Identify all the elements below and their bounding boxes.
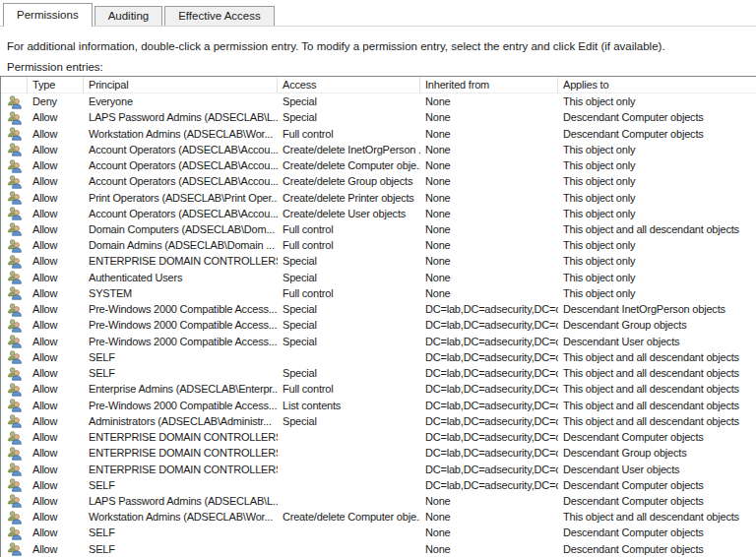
user-group-icon (7, 254, 22, 269)
cell-inherited-from: None (420, 126, 558, 142)
cell-type: Allow (28, 413, 84, 429)
cell-access (278, 462, 420, 477)
cell-access: Full control (278, 237, 420, 253)
cell-type: Allow (28, 157, 84, 173)
permission-row[interactable]: Allow Account Operators (ADSECLAB\Accou.… (1, 206, 756, 221)
cell-type: Allow (28, 525, 84, 540)
tab-auditing[interactable]: Auditing (94, 6, 163, 26)
cell-type: Allow (28, 253, 84, 269)
cell-applies-to: Descendant Computer objects (558, 109, 756, 125)
cell-principal: Authenticated Users (84, 270, 278, 285)
cell-principal: Workstation Admins (ADSECLAB\Wor... (84, 126, 278, 142)
column-header-principal[interactable]: Principal (84, 77, 278, 93)
cell-inherited-from: None (420, 221, 558, 237)
permission-row[interactable]: Allow Account Operators (ADSECLAB\Accou.… (1, 173, 756, 189)
cell-access: Create/delete InetOrgPerson ... (278, 142, 420, 157)
cell-applies-to: This object only (558, 206, 756, 221)
cell-access: Create/delete Computer obje... (278, 509, 420, 525)
permission-row[interactable]: Allow SYSTEM Full control None This obje… (1, 285, 756, 301)
user-group-icon (7, 430, 22, 445)
cell-applies-to: This object and all descendant objects (558, 349, 756, 365)
cell-type: Allow (28, 477, 84, 493)
column-header-type[interactable]: Type (28, 77, 84, 93)
user-group-icon (7, 302, 22, 317)
cell-applies-to: Descendant Computer objects (558, 477, 756, 493)
cell-access: Special (278, 109, 420, 125)
cell-access (278, 445, 420, 461)
cell-inherited-from: DC=lab,DC=adsecurity,DC=org (420, 349, 558, 365)
cell-principal: LAPS Password Admins (ADSECLAB\L... (84, 493, 278, 509)
user-group-icon (7, 493, 22, 508)
cell-inherited-from: None (420, 253, 558, 269)
cell-inherited-from: DC=lab,DC=adsecurity,DC=org (420, 462, 558, 477)
permission-row[interactable]: Allow Print Operators (ADSECLAB\Print Op… (1, 189, 756, 205)
user-group-icon (7, 366, 22, 381)
cell-applies-to: This object and all descendant objects (558, 381, 756, 397)
permission-row[interactable]: Deny Everyone Special None This object o… (1, 93, 756, 109)
permission-row[interactable]: Allow ENTERPRISE DOMAIN CONTROLLERS DC=l… (1, 429, 756, 445)
permission-row[interactable]: Allow SELF Special DC=lab,DC=adsecurity,… (1, 365, 756, 381)
permission-row[interactable]: Allow LAPS Password Admins (ADSECLAB\L..… (1, 109, 756, 125)
permission-row[interactable]: Allow Administrators (ADSECLAB\Administr… (1, 413, 756, 429)
tab-effective-access[interactable]: Effective Access (164, 6, 275, 26)
permission-row[interactable]: Allow LAPS Password Admins (ADSECLAB\L..… (1, 493, 756, 509)
cell-type: Allow (28, 126, 84, 142)
cell-applies-to: Descendant User objects (558, 334, 756, 349)
cell-access: Special (278, 270, 420, 285)
permission-row[interactable]: Allow Authenticated Users Special None T… (1, 270, 756, 285)
cell-access: Create/delete Group objects (278, 173, 420, 189)
permission-row[interactable]: Allow Pre-Windows 2000 Compatible Access… (1, 301, 756, 317)
permission-row[interactable]: Allow SELF DC=lab,DC=adsecurity,DC=org T… (1, 349, 756, 365)
cell-type: Allow (28, 221, 84, 237)
permission-row[interactable]: Allow Account Operators (ADSECLAB\Accou.… (1, 157, 756, 173)
user-group-icon (7, 110, 22, 125)
instruction-text: For additional information, double-click… (7, 40, 665, 52)
permission-row[interactable]: Allow Workstation Admins (ADSECLAB\Wor..… (1, 509, 756, 525)
cell-inherited-from: None (420, 173, 558, 189)
cell-access: Special (278, 253, 420, 269)
cell-type: Allow (28, 349, 84, 365)
column-header-icon[interactable] (1, 77, 28, 93)
cell-inherited-from: None (420, 237, 558, 253)
permission-row[interactable]: Allow SELF DC=lab,DC=adsecurity,DC=org D… (1, 477, 756, 493)
cell-inherited-from: DC=lab,DC=adsecurity,DC=org (420, 334, 558, 349)
tab-permissions[interactable]: Permissions (3, 3, 93, 27)
permission-row[interactable]: Allow Enterprise Admins (ADSECLAB\Enterp… (1, 381, 756, 397)
cell-type: Allow (28, 381, 84, 397)
cell-inherited-from: None (420, 109, 558, 125)
permission-row[interactable]: Allow Domain Admins (ADSECLAB\Domain ...… (1, 237, 756, 253)
cell-principal: Domain Admins (ADSECLAB\Domain ... (84, 237, 278, 253)
cell-access (278, 525, 420, 540)
permission-row[interactable]: Allow ENTERPRISE DOMAIN CONTROLLERS Spec… (1, 253, 756, 269)
cell-type: Allow (28, 206, 84, 221)
column-header-inherited-from[interactable]: Inherited from (420, 77, 558, 93)
permission-row[interactable]: Allow Domain Computers (ADSECLAB\Dom... … (1, 221, 756, 237)
cell-inherited-from: None (420, 509, 558, 525)
cell-inherited-from: DC=lab,DC=adsecurity,DC=org (420, 301, 558, 317)
permission-row[interactable]: Allow Pre-Windows 2000 Compatible Access… (1, 397, 756, 412)
cell-inherited-from: DC=lab,DC=adsecurity,DC=org (420, 429, 558, 445)
user-group-icon (7, 382, 22, 397)
cell-principal: Domain Computers (ADSECLAB\Dom... (84, 221, 278, 237)
cell-inherited-from: None (420, 142, 558, 157)
permission-row[interactable]: Allow ENTERPRISE DOMAIN CONTROLLERS DC=l… (1, 445, 756, 461)
column-header-applies-to[interactable]: Applies to (558, 77, 756, 93)
cell-type: Allow (28, 398, 84, 413)
user-group-icon (7, 158, 22, 173)
user-group-icon (7, 126, 22, 141)
cell-access: Create/delete User objects (278, 206, 420, 221)
cell-type: Allow (28, 109, 84, 125)
cell-type: Allow (28, 541, 84, 557)
user-group-icon (7, 174, 22, 189)
cell-access (278, 349, 420, 365)
permission-row[interactable]: Allow Account Operators (ADSECLAB\Accou.… (1, 142, 756, 157)
permission-row[interactable]: Allow SELF None Descendant Computer obje… (1, 525, 756, 540)
permission-row[interactable]: Allow Pre-Windows 2000 Compatible Access… (1, 334, 756, 349)
permission-row[interactable]: Allow Workstation Admins (ADSECLAB\Wor..… (1, 125, 756, 141)
user-group-icon (7, 142, 22, 156)
permission-row[interactable]: Allow SELF None Descendant Computer obje… (1, 541, 756, 557)
permission-row[interactable]: Allow Pre-Windows 2000 Compatible Access… (1, 317, 756, 333)
column-header-access[interactable]: Access (278, 77, 420, 93)
cell-principal: Print Operators (ADSECLAB\Print Oper... (84, 190, 278, 206)
permission-row[interactable]: Allow ENTERPRISE DOMAIN CONTROLLERS DC=l… (1, 461, 756, 476)
